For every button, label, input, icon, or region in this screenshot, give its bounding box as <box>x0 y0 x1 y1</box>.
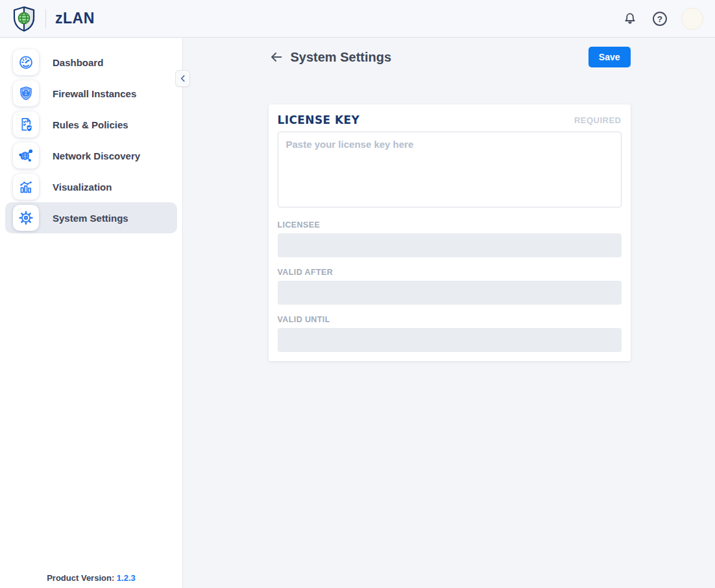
sidebar: Dashboard Firewall Instances <box>0 38 183 588</box>
sidebar-item-system-settings[interactable]: System Settings <box>5 202 177 233</box>
licensee-label: LICENSEE <box>278 220 622 229</box>
page-title: System Settings <box>291 50 392 65</box>
product-version-value: 1.2.3 <box>117 573 136 583</box>
valid-after-input <box>278 281 622 305</box>
policy-document-icon <box>13 112 39 137</box>
shield-globe-logo-icon <box>12 5 36 32</box>
bar-line-chart-icon <box>13 174 39 200</box>
help-icon[interactable]: ? <box>651 10 668 27</box>
sidebar-item-visualization[interactable]: Visualization <box>5 171 177 202</box>
gear-icon <box>13 205 39 231</box>
license-key-textarea[interactable] <box>278 132 622 207</box>
sidebar-collapse-button[interactable] <box>175 70 190 87</box>
required-badge: REQUIRED <box>574 115 622 125</box>
sidebar-item-network-discovery[interactable]: Network Discovery <box>5 140 177 171</box>
arrow-left-icon <box>269 50 284 64</box>
shield-globe-icon <box>13 80 39 106</box>
main-content: System Settings Save LICENSE KEY REQUIRE… <box>184 38 715 588</box>
chevron-left-icon <box>178 74 188 83</box>
brand: zLAN <box>12 5 95 32</box>
sidebar-nav: Dashboard Firewall Instances <box>0 38 182 233</box>
sidebar-item-rules-policies[interactable]: Rules & Policies <box>5 109 177 140</box>
product-version: Product Version: 1.2.3 <box>0 573 182 583</box>
header-actions: ? <box>622 8 703 30</box>
sidebar-item-dashboard[interactable]: Dashboard <box>5 47 177 78</box>
valid-after-label: VALID AFTER <box>278 268 622 277</box>
header-divider <box>45 9 46 29</box>
sidebar-item-label: Rules & Policies <box>53 119 128 130</box>
sidebar-item-firewall-instances[interactable]: Firewall Instances <box>5 78 177 109</box>
sidebar-item-label: Network Discovery <box>53 150 140 161</box>
sidebar-item-label: Dashboard <box>53 57 103 68</box>
product-version-label: Product Version: <box>47 573 114 583</box>
back-button[interactable] <box>269 49 284 65</box>
licensee-input <box>278 233 622 257</box>
avatar[interactable] <box>681 8 703 30</box>
save-button[interactable]: Save <box>588 47 631 67</box>
app-header: zLAN ? <box>0 0 715 38</box>
gauge-icon <box>13 49 39 75</box>
sidebar-item-label: Firewall Instances <box>53 88 136 99</box>
license-card-header: LICENSE KEY REQUIRED <box>278 113 622 126</box>
valid-until-label: VALID UNTIL <box>278 315 622 324</box>
sidebar-item-label: Visualization <box>53 182 112 193</box>
app-title: zLAN <box>55 10 95 27</box>
license-key-card: LICENSE KEY REQUIRED LICENSEE VALID AFTE… <box>269 104 631 361</box>
network-globe-icon <box>13 143 39 169</box>
sidebar-item-label: System Settings <box>53 213 128 224</box>
bell-icon[interactable] <box>622 10 638 27</box>
license-card-title: LICENSE KEY <box>278 113 360 126</box>
valid-until-input <box>278 328 622 352</box>
question-mark-glyph: ? <box>657 14 662 23</box>
page-head: System Settings Save <box>269 47 631 67</box>
